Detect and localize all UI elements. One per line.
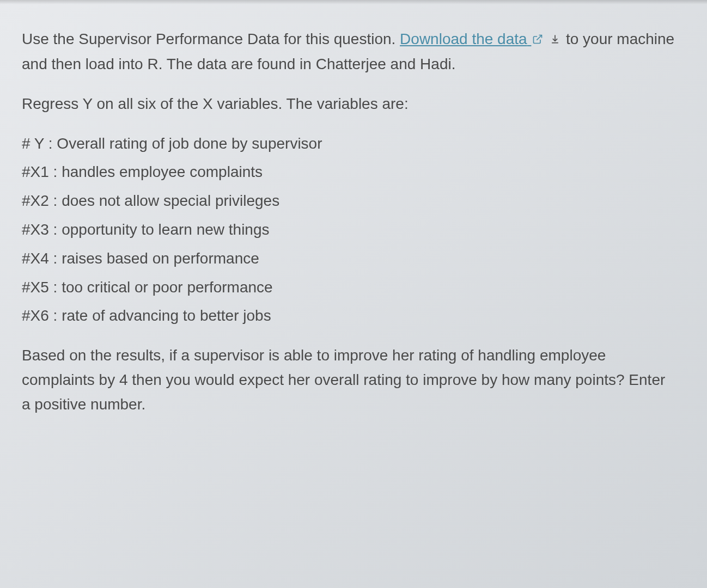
download-link[interactable]: Download the data xyxy=(400,30,544,47)
variable-x3: #X3 : opportunity to learn new things xyxy=(22,218,675,242)
top-shadow xyxy=(0,0,707,4)
intro-paragraph: Use the Supervisor Performance Data for … xyxy=(22,27,675,77)
question-content: Use the Supervisor Performance Data for … xyxy=(22,27,675,417)
intro-text-1: Use the Supervisor Performance Data for … xyxy=(22,30,400,47)
download-icon xyxy=(550,28,560,52)
variable-x1: #X1 : handles employee complaints xyxy=(22,160,675,185)
variable-y: # Y : Overall rating of job done by supe… xyxy=(22,132,675,156)
svg-line-0 xyxy=(537,35,542,40)
variable-x4: #X4 : raises based on performance xyxy=(22,247,675,271)
external-link-icon xyxy=(532,28,543,52)
variable-x5: #X5 : too critical or poor performance xyxy=(22,275,675,300)
regression-instruction: Regress Y on all six of the X variables.… xyxy=(22,92,675,117)
variable-x6: #X6 : rate of advancing to better jobs xyxy=(22,304,675,328)
variable-x2: #X2 : does not allow special privileges xyxy=(22,189,675,213)
variable-list: # Y : Overall rating of job done by supe… xyxy=(22,132,675,329)
question-text: Based on the results, if a supervisor is… xyxy=(22,344,675,416)
